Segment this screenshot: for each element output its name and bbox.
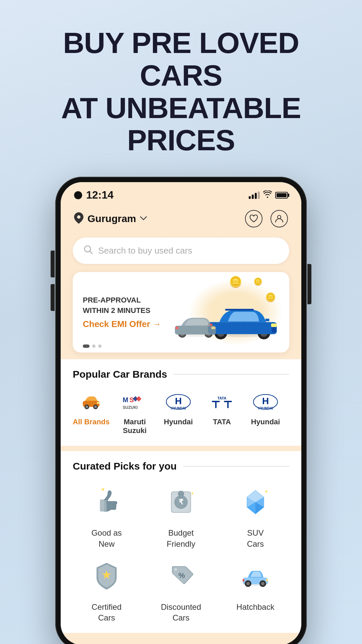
search-icon	[83, 245, 93, 257]
svg-text:M: M	[123, 396, 128, 404]
status-bar: 12:14	[61, 182, 301, 205]
curated-section-divider	[183, 466, 289, 467]
suv-cars-label: SUVCars	[247, 528, 264, 549]
svg-rect-63	[243, 579, 244, 582]
svg-rect-10	[225, 309, 254, 311]
pick-good-as-new[interactable]: Good asNew	[73, 482, 140, 549]
phone-screen: 12:14	[61, 182, 301, 644]
location-pin-icon	[74, 212, 83, 225]
svg-point-0	[278, 215, 281, 219]
svg-point-59	[246, 582, 250, 585]
svg-point-54	[174, 568, 177, 571]
nav-icons	[245, 210, 288, 227]
tata-label: TATA	[213, 418, 231, 426]
banner-cars	[165, 282, 279, 342]
search-bar[interactable]: Search to buy used cars	[73, 237, 289, 264]
svg-rect-19	[175, 326, 216, 334]
hero-title-line2: AT UNBEATABLE PRICES	[20, 92, 342, 157]
svg-rect-36	[215, 401, 217, 408]
brand-hyundai-2[interactable]: H HYUNDAI Hyundai	[247, 390, 284, 435]
svg-point-24	[85, 406, 88, 408]
hatchback-icon	[235, 556, 276, 596]
certified-icon	[86, 556, 127, 596]
clock-time: 12:14	[86, 189, 114, 201]
signal-bars-icon	[249, 192, 260, 199]
svg-rect-12	[265, 319, 269, 321]
tata-logo: TATA	[207, 390, 237, 414]
hero-title: BUY PRE LOVED CARS AT UNBEATABLE PRICES	[20, 27, 342, 157]
search-section: Search to buy used cars	[61, 234, 301, 272]
hero-title-line1: BUY PRE LOVED CARS	[20, 27, 342, 92]
curated-header: Curated Picks for you	[73, 461, 289, 472]
banner-text: PRE-APPROVAL WITHIN 2 MINUTES Check EMI …	[83, 295, 165, 330]
svg-point-26	[94, 406, 97, 408]
brands-section-divider	[174, 374, 289, 375]
phone-wrapper: 12:14	[0, 170, 362, 644]
discounted-icon: %	[161, 556, 201, 596]
location-text: Gurugram	[87, 213, 136, 224]
pick-budget-friendly[interactable]: ₹ BudgetFriendly	[147, 482, 215, 549]
svg-text:S: S	[129, 396, 134, 404]
brand-maruti-suzuki[interactable]: M S SUZUKI MarutiSuzuki	[116, 390, 153, 435]
banner-content: PRE-APPROVAL WITHIN 2 MINUTES Check EMI …	[73, 272, 289, 353]
banner-preapproval: PRE-APPROVAL WITHIN 2 MINUTES	[83, 295, 165, 316]
svg-rect-20	[211, 327, 215, 329]
pick-certified[interactable]: CertifiedCars	[73, 556, 140, 624]
pick-suv-cars[interactable]: SUVCars	[222, 482, 289, 549]
profile-button[interactable]	[270, 210, 288, 227]
svg-point-61	[261, 582, 264, 585]
picks-grid: Good asNew ₹	[73, 482, 289, 624]
all-brands-icon	[76, 390, 106, 414]
svg-text:TATA: TATA	[218, 396, 227, 400]
svg-text:HYUNDAI: HYUNDAI	[258, 407, 273, 410]
brands-section: Popular Car Brands	[61, 359, 301, 446]
curated-picks-section: Curated Picks for you	[61, 451, 301, 633]
banner-cta[interactable]: Check EMI Offer →	[83, 319, 165, 329]
svg-text:%: %	[178, 571, 185, 580]
svg-rect-27	[97, 402, 100, 404]
svg-rect-38	[227, 401, 229, 408]
hyundai-1-logo: H HYUNDAI	[163, 390, 193, 414]
maruti-suzuki-label: MarutiSuzuki	[123, 418, 147, 435]
brand-all-brands[interactable]: All Brands	[73, 390, 110, 435]
svg-text:SUZUKI: SUZUKI	[123, 405, 138, 410]
suv-cars-icon	[235, 482, 276, 522]
hatchback-label: Hatchback	[236, 602, 274, 612]
location-selector[interactable]: Gurugram	[74, 212, 147, 225]
brands-header: Popular Car Brands	[73, 369, 289, 380]
hyundai-2-label: Hyundai	[251, 418, 280, 426]
svg-rect-48	[180, 494, 182, 498]
phone-outer: 12:14	[55, 177, 307, 644]
maruti-logo: M S SUZUKI	[120, 390, 150, 414]
search-placeholder: Search to buy used cars	[98, 246, 192, 256]
brand-tata[interactable]: TATA TATA	[203, 390, 240, 435]
svg-text:H: H	[262, 396, 269, 406]
brands-row: All Brands M S SUZUKI	[73, 390, 289, 436]
chevron-down-icon	[140, 216, 147, 222]
gray-car-image	[172, 312, 219, 339]
hero-section: BUY PRE LOVED CARS AT UNBEATABLE PRICES	[0, 0, 362, 170]
budget-friendly-label: BudgetFriendly	[167, 528, 195, 549]
wishlist-button[interactable]	[245, 210, 262, 227]
battery-icon	[275, 192, 288, 199]
good-as-new-label: Good asNew	[92, 528, 122, 549]
hyundai-2-logo: H HYUNDAI	[250, 390, 281, 414]
wifi-icon	[263, 191, 272, 200]
svg-text:H: H	[175, 396, 182, 406]
budget-friendly-icon: ₹	[161, 482, 201, 522]
svg-text:HYUNDAI: HYUNDAI	[171, 407, 186, 410]
svg-rect-62	[266, 579, 268, 582]
banner-section[interactable]: 🪙 🪙 🪙 PRE-APPROVAL WITHIN 2 MINUTES Chec…	[73, 272, 289, 353]
status-time: 12:14	[74, 189, 114, 201]
pick-hatchback[interactable]: Hatchback	[222, 556, 289, 624]
camera-dot	[74, 191, 82, 199]
top-nav: Gurugram	[61, 205, 301, 234]
hyundai-1-label: Hyundai	[164, 418, 193, 426]
svg-rect-8	[271, 324, 277, 327]
brands-title: Popular Car Brands	[73, 369, 167, 380]
svg-rect-21	[175, 327, 178, 329]
pick-discounted[interactable]: % DiscountedCars	[147, 556, 215, 624]
certified-label: CertifiedCars	[92, 602, 121, 624]
brand-hyundai-1[interactable]: H HYUNDAI Hyundai	[160, 390, 197, 435]
good-as-new-icon	[86, 482, 127, 522]
